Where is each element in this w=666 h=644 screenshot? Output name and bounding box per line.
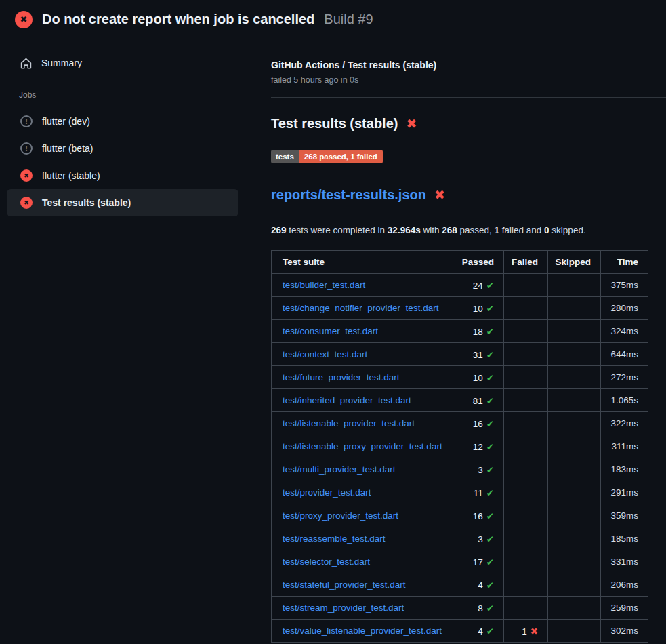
cell-test-suite: test/future_provider_test.dart: [272, 366, 455, 389]
test-results-table: Test suite Passed Failed Skipped Time te…: [271, 250, 648, 643]
cell-passed: 18✔: [455, 320, 504, 343]
cell-passed: 10✔: [455, 297, 504, 320]
sidebar-item-flutter-stable-[interactable]: ✖flutter (stable): [7, 162, 238, 189]
summary-segment: skipped.: [549, 225, 586, 235]
test-suite-link[interactable]: test/multi_provider_test.dart: [283, 464, 396, 475]
test-suite-link[interactable]: test/change_notifier_provider_test.dart: [283, 303, 438, 313]
cell-passed: 81✔: [455, 389, 504, 412]
cell-failed: [504, 481, 548, 504]
count: 4: [478, 626, 483, 637]
failed-x-icon: ✖: [434, 188, 445, 201]
cell-time: 324ms: [601, 320, 648, 343]
test-suite-link[interactable]: test/inherited_provider_test.dart: [283, 395, 411, 405]
cell-skipped: [548, 550, 601, 573]
test-suite-link[interactable]: test/selector_test.dart: [283, 557, 370, 567]
report-title-link[interactable]: reports/test-results.json: [271, 187, 426, 203]
cell-failed: 1✖: [504, 620, 548, 643]
test-suite-link[interactable]: test/stream_provider_test.dart: [283, 603, 404, 613]
table-row: test/future_provider_test.dart10✔272ms: [272, 366, 648, 389]
sidebar-item-summary[interactable]: Summary: [7, 49, 238, 77]
col-passed: Passed: [455, 251, 504, 274]
check-icon: ✔: [486, 373, 494, 383]
test-suite-link[interactable]: test/context_test.dart: [283, 349, 367, 359]
cell-test-suite: test/consumer_test.dart: [272, 320, 455, 343]
cell-time: 311ms: [601, 435, 648, 458]
sidebar-item-test-results-stable-[interactable]: ✖Test results (stable): [7, 189, 238, 216]
summary-segment: 0: [544, 225, 549, 235]
cell-passed: 17✔: [455, 550, 504, 573]
cell-test-suite: test/selector_test.dart: [272, 550, 455, 573]
summary-segment: tests were completed in: [287, 225, 388, 235]
test-suite-link[interactable]: test/reassemble_test.dart: [283, 534, 386, 544]
tests-badge-label: tests: [271, 150, 299, 163]
cell-time: 206ms: [601, 573, 648, 597]
count: 17: [473, 557, 483, 567]
sidebar-item-label: Summary: [41, 58, 82, 68]
build-number: Build #9: [324, 12, 373, 27]
summary-segment: failed and: [499, 225, 544, 235]
count: 16: [473, 511, 483, 521]
cell-passed: 16✔: [455, 504, 504, 527]
breadcrumb: GitHub Actions / Test results (stable): [271, 60, 666, 71]
cell-test-suite: test/provider_test.dart: [272, 481, 455, 504]
cell-failed: [504, 366, 548, 389]
sidebar-item-flutter-dev-[interactable]: !flutter (dev): [7, 108, 238, 135]
main-content: GitHub Actions / Test results (stable) f…: [251, 39, 666, 644]
summary-segment: 1: [495, 225, 500, 235]
cell-time: 1.065s: [601, 389, 648, 412]
table-row: test/multi_provider_test.dart3✔183ms: [272, 458, 648, 481]
test-suite-link[interactable]: test/stateful_provider_test.dart: [283, 580, 406, 590]
cell-failed: [504, 458, 548, 481]
count: 10: [473, 373, 483, 383]
cell-test-suite: test/multi_provider_test.dart: [272, 458, 455, 481]
section-title: Test results (stable) ✖: [271, 116, 666, 138]
cell-skipped: [548, 527, 601, 550]
cell-skipped: [548, 412, 601, 435]
test-suite-link[interactable]: test/builder_test.dart: [283, 280, 365, 290]
home-icon: [20, 58, 32, 69]
sidebar-item-flutter-beta-[interactable]: !flutter (beta): [7, 135, 238, 162]
cell-time: 183ms: [601, 458, 648, 481]
cell-test-suite: test/reassemble_test.dart: [272, 527, 455, 550]
cell-passed: 4✔: [455, 620, 504, 643]
test-suite-link[interactable]: test/consumer_test.dart: [283, 326, 378, 336]
run-meta: failed 5 hours ago in 0s: [271, 75, 666, 85]
summary-segment: 32.964s: [388, 225, 421, 235]
cross-icon: ✖: [530, 626, 538, 637]
table-row: test/proxy_provider_test.dart16✔359ms: [272, 504, 648, 527]
count: 10: [473, 304, 483, 314]
table-row: test/context_test.dart31✔644ms: [272, 343, 648, 366]
table-header-row: Test suite Passed Failed Skipped Time: [272, 251, 648, 274]
cell-time: 272ms: [601, 366, 648, 389]
test-suite-link[interactable]: test/listenable_provider_test.dart: [283, 418, 415, 428]
cell-skipped: [548, 297, 601, 320]
cell-skipped: [548, 366, 601, 389]
test-suite-link[interactable]: test/future_provider_test.dart: [283, 372, 400, 382]
cell-failed: [504, 435, 548, 458]
jobs-list: !flutter (dev)!flutter (beta)✖flutter (s…: [0, 108, 251, 216]
cell-passed: 10✔: [455, 366, 504, 389]
test-suite-link[interactable]: test/listenable_proxy_provider_test.dart: [283, 441, 442, 451]
check-icon: ✔: [486, 603, 494, 613]
build-title: Do not create report when job is cancell…: [42, 12, 314, 27]
test-suite-link[interactable]: test/value_listenable_provider_test.dart: [283, 626, 442, 636]
cell-skipped: [548, 481, 601, 504]
test-suite-link[interactable]: test/proxy_provider_test.dart: [283, 510, 398, 521]
count: 3: [478, 534, 483, 544]
cell-passed: 12✔: [455, 435, 504, 458]
check-icon: ✔: [486, 534, 494, 544]
test-suite-link[interactable]: test/provider_test.dart: [283, 487, 371, 498]
table-row: test/provider_test.dart11✔291ms: [272, 481, 648, 504]
cell-skipped: [548, 458, 601, 481]
cell-skipped: [548, 435, 601, 458]
count: 12: [473, 442, 483, 452]
cell-test-suite: test/proxy_provider_test.dart: [272, 504, 455, 527]
check-icon: ✔: [486, 304, 494, 314]
cell-skipped: [548, 343, 601, 366]
summary-line: 269 tests were completed in 32.964s with…: [271, 225, 666, 235]
col-failed: Failed: [504, 251, 548, 274]
sidebar: Summary Jobs !flutter (dev)!flutter (bet…: [0, 39, 251, 644]
cell-time: 259ms: [601, 597, 648, 620]
cell-time: 291ms: [601, 481, 648, 504]
table-row: test/listenable_provider_test.dart16✔322…: [272, 412, 648, 435]
